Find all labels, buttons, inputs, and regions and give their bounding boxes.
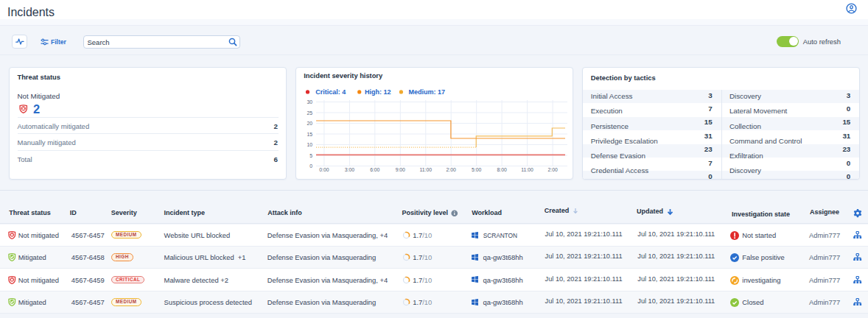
- svg-text:11:00: 11:00: [420, 167, 433, 172]
- svg-text:Critical: 4: Critical: 4: [315, 88, 346, 96]
- svg-text:2:00: 2:00: [447, 167, 456, 172]
- svg-text:Medium: 17: Medium: 17: [409, 88, 446, 96]
- svg-text:0: 0: [309, 163, 312, 169]
- svg-text:9:00: 9:00: [396, 167, 405, 172]
- svg-text:30: 30: [307, 99, 312, 105]
- svg-text:5: 5: [309, 152, 312, 158]
- svg-text:11:00: 11:00: [521, 167, 533, 172]
- svg-text:0:00: 0:00: [319, 167, 329, 172]
- svg-text:25: 25: [307, 110, 312, 115]
- svg-text:8:00: 8:00: [497, 167, 506, 172]
- svg-text:20: 20: [307, 121, 312, 126]
- svg-text:2:00: 2:00: [547, 167, 557, 172]
- svg-text:15: 15: [307, 131, 312, 136]
- svg-text:10: 10: [307, 142, 312, 147]
- svg-text:High: 12: High: 12: [365, 88, 391, 96]
- svg-text:3:00: 3:00: [345, 167, 354, 172]
- svg-text:Incident severity history: Incident severity history: [304, 72, 383, 80]
- svg-text:5:00: 5:00: [472, 167, 481, 172]
- svg-text:6:00: 6:00: [370, 167, 379, 172]
